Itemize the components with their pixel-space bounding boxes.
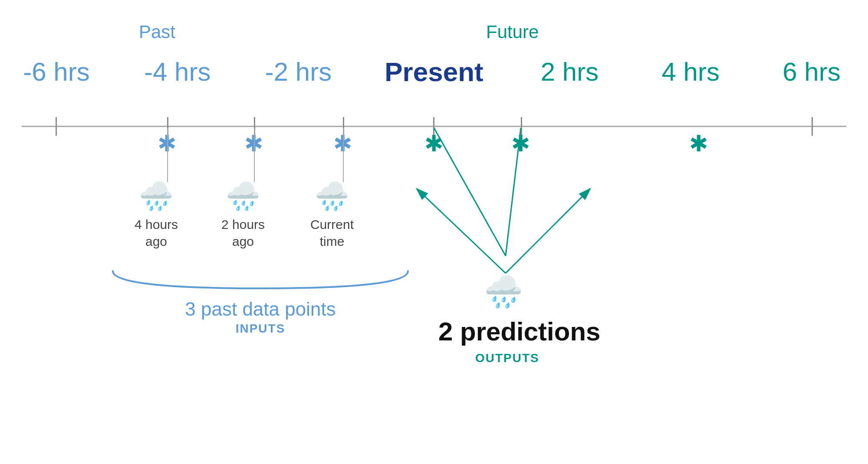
output-arrows-svg <box>391 128 694 336</box>
cloud-emoji-current: 🌧️ <box>310 180 354 212</box>
cloud-emoji-4h: 🌧️ <box>135 180 178 212</box>
svg-line-1 <box>506 128 521 256</box>
brace-svg <box>104 269 417 295</box>
cloud-label-2h: 2 hoursago <box>221 216 265 250</box>
tick-pos6 <box>812 117 813 136</box>
timeline-labels: -6 hrs -4 hrs -2 hrs Present 2 hrs 4 hrs… <box>22 56 846 87</box>
time-label-pos6: 6 hrs <box>777 57 846 87</box>
cloud-2h: 🌧️ 2 hoursago <box>221 180 265 250</box>
brace-text: 3 past data points <box>104 298 417 320</box>
brace-subtext: INPUTS <box>104 322 417 336</box>
cloud-4h: 🌧️ 4 hoursago <box>135 180 178 250</box>
predictions-label: 2 predictions <box>438 317 600 346</box>
cloud-label-4h: 4 hoursago <box>135 216 178 250</box>
svg-line-0 <box>434 128 506 256</box>
cloud-emoji-output: 🌧️ <box>484 273 523 310</box>
tick-neg6 <box>56 117 57 136</box>
time-label-neg6: -6 hrs <box>22 57 91 87</box>
cloud-output: 🌧️ <box>484 273 523 314</box>
time-label-present: Present <box>385 56 483 87</box>
cloud-label-current: Currenttime <box>310 216 354 250</box>
connector-neg2 <box>254 128 255 182</box>
past-label: Past <box>139 22 175 42</box>
time-label-pos4: 4 hrs <box>656 57 725 87</box>
outputs-sub-label: OUTPUTS <box>475 351 539 365</box>
connector-neg4 <box>167 128 168 182</box>
cloud-current: 🌧️ Currenttime <box>310 180 354 250</box>
time-label-neg4: -4 hrs <box>143 57 212 87</box>
main-container: Past Future -6 hrs -4 hrs -2 hrs Present… <box>0 0 868 464</box>
brace-area: 3 past data points INPUTS <box>104 269 417 336</box>
future-label: Future <box>486 22 539 42</box>
connector-present <box>343 128 344 182</box>
time-label-pos2: 2 hrs <box>535 57 604 87</box>
svg-line-3 <box>506 189 590 273</box>
cloud-emoji-2h: 🌧️ <box>221 180 265 212</box>
time-label-neg2: -2 hrs <box>264 57 333 87</box>
